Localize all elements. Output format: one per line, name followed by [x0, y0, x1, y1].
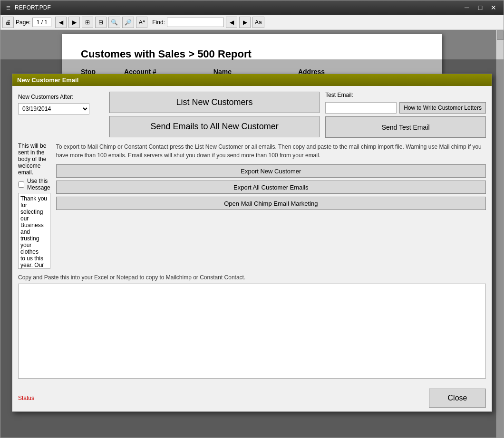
new-customers-after-label: New Customers After: [18, 94, 74, 100]
date-dropdown[interactable]: 03/19/2014 [18, 103, 89, 114]
list-new-customers-button[interactable]: List New Customers [109, 92, 320, 113]
test-email-row: How to Write Customer Letters [325, 102, 486, 114]
dialog-title-text: New Customer Email [17, 76, 78, 84]
app-icon: ☰ [4, 4, 12, 11]
maximize-button[interactable]: □ [474, 3, 486, 12]
test-email-input[interactable] [325, 102, 397, 114]
send-emails-button[interactable]: Send Emails to All New Customer [109, 116, 320, 137]
print-button[interactable]: 🖨 [2, 17, 14, 28]
report-title: Customes with Sales > 500 Report [81, 48, 423, 60]
center-col: List New Customers Send Emails to All Ne… [109, 92, 320, 137]
test-email-label: Test Email: [325, 92, 486, 98]
page-input[interactable] [32, 18, 51, 27]
will-be-sent-text: This will be sent in the body of the wel… [18, 143, 50, 176]
dialog-body: New Customers After: 03/19/2014 List New… [12, 86, 492, 386]
window-controls: ─ □ ✕ [461, 3, 500, 12]
find-next-button[interactable]: ▶ [239, 17, 251, 28]
paste-hint: Copy and Paste this into your Excel or N… [18, 274, 486, 281]
find-label: Find: [152, 19, 165, 26]
zoom-in-button[interactable]: 🔎 [122, 17, 134, 28]
top-section: New Customers After: 03/19/2014 List New… [18, 92, 486, 138]
message-body-textarea[interactable]: Thank you for selecting our Business and… [18, 193, 50, 269]
right-col: Test Email: How to Write Customer Letter… [325, 92, 486, 138]
dialog-title-bar: New Customer Email [12, 74, 492, 86]
open-mail-chimp-button[interactable]: Open Mail Chimp Email Marketing [56, 197, 486, 210]
fit-width-button[interactable]: ⊟ [95, 17, 107, 28]
export-info-text: To export to Mail Chimp or Constant Cont… [56, 143, 486, 160]
prev-page-button[interactable]: ◀ [55, 17, 67, 28]
text-size-button[interactable]: Aᴬ [136, 17, 147, 28]
next-page-button[interactable]: ▶ [68, 17, 80, 28]
toolbar: 🖨 Page: ◀ ▶ ⊞ ⊟ 🔍 🔎 Aᴬ Find: ◀ ▶ Aa [0, 15, 504, 30]
dialog-footer: Status Close [12, 386, 492, 411]
export-new-customer-button[interactable]: Export New Customer [56, 164, 486, 178]
fit-page-button[interactable]: ⊞ [82, 17, 93, 28]
modal-overlay: New Customer Email New Customers After: … [0, 59, 504, 438]
new-customer-email-dialog: New Customer Email New Customers After: … [12, 74, 492, 412]
close-button[interactable]: Close [429, 389, 486, 408]
find-input[interactable] [167, 18, 224, 27]
message-section: This will be sent in the body of the wel… [18, 143, 486, 270]
pdf-area: Customes with Sales > 500 Report Stop Ac… [0, 30, 504, 438]
use-message-row: Use this Message [18, 178, 50, 191]
page-label: Page: [16, 19, 30, 26]
right-message: To export to Mail Chimp or Constant Cont… [56, 143, 486, 270]
window-title: REPORT.PDF [15, 4, 461, 11]
export-all-customer-button[interactable]: Export All Customer Emails [56, 181, 486, 194]
left-col: New Customers After: 03/19/2014 [18, 92, 104, 114]
find-options-button[interactable]: Aa [252, 17, 264, 28]
use-message-checkbox[interactable] [18, 181, 24, 188]
output-textarea[interactable] [18, 284, 486, 379]
title-bar: ☰ REPORT.PDF ─ □ ✕ [0, 0, 504, 15]
left-message: This will be sent in the body of the wel… [18, 143, 50, 270]
use-message-label: Use this Message [27, 178, 50, 191]
send-test-email-button[interactable]: Send Test Email [325, 116, 486, 138]
scrollbar-thumb[interactable] [497, 30, 504, 40]
find-prev-button[interactable]: ◀ [226, 17, 237, 28]
how-to-write-button[interactable]: How to Write Customer Letters [399, 102, 486, 114]
status-label: Status [18, 395, 34, 401]
zoom-out-button[interactable]: 🔍 [108, 17, 120, 28]
page-info: Page: [16, 18, 51, 27]
export-buttons: Export New Customer Export All Customer … [56, 164, 486, 210]
minimize-button[interactable]: ─ [461, 3, 473, 12]
window-close-button[interactable]: ✕ [487, 3, 500, 12]
main-window: ☰ REPORT.PDF ─ □ ✕ 🖨 Page: ◀ ▶ ⊞ ⊟ 🔍 🔎 A… [0, 0, 504, 438]
